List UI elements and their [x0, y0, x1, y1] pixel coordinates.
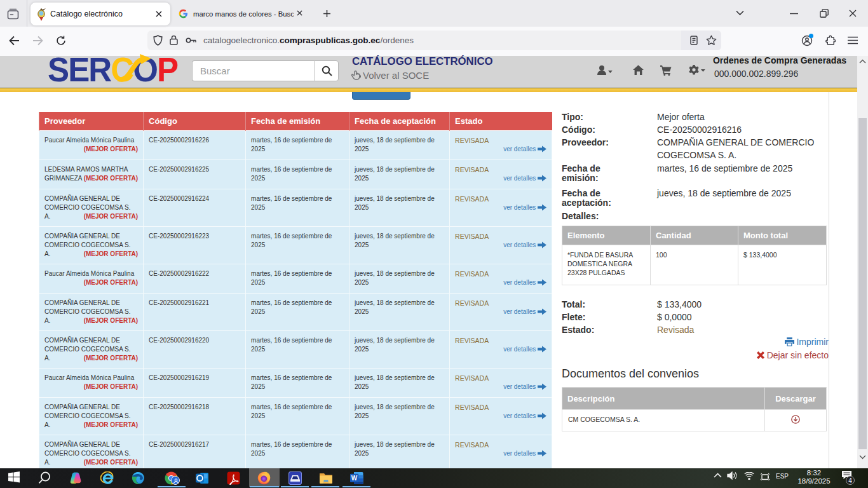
svg-text:W: W [351, 475, 358, 482]
